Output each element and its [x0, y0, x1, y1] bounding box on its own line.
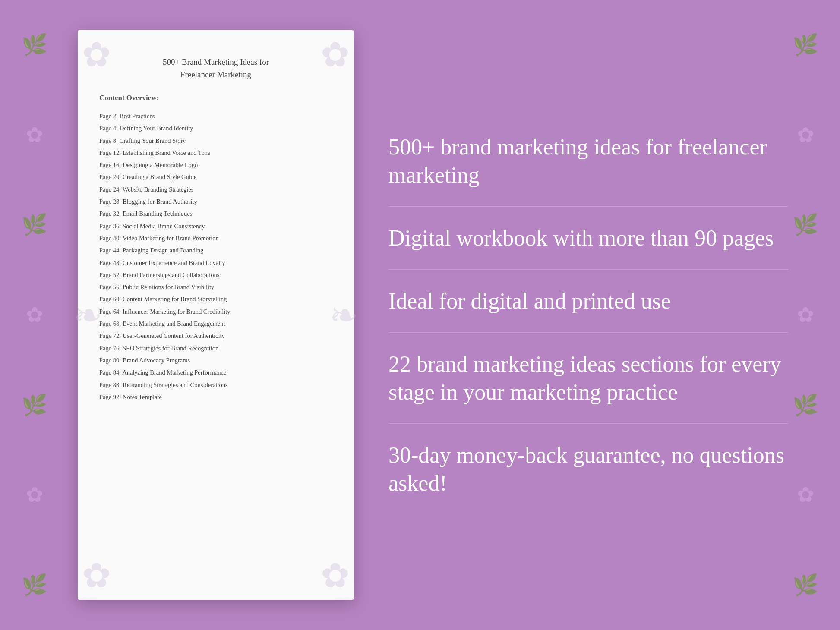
watermark-mid-left: ❧	[73, 295, 102, 335]
floral-icon: 🌿	[22, 575, 47, 595]
document-page: ✿ ✿ ✿ ✿ ❧ ❧ 500+ Brand Marketing Ideas f…	[78, 30, 354, 600]
floral-icon: 🌿	[22, 35, 47, 55]
toc-page-number: Page 8:	[99, 137, 118, 144]
toc-item: Page 40: Video Marketing for Brand Promo…	[99, 232, 332, 244]
toc-page-number: Page 36:	[99, 223, 121, 230]
floral-decoration-left: 🌿 ✿ 🌿 ✿ 🌿 ✿ 🌿	[0, 0, 69, 630]
toc-page-number: Page 52:	[99, 271, 121, 278]
toc-page-number: Page 88:	[99, 381, 121, 388]
toc-item: Page 68: Event Marketing and Brand Engag…	[99, 318, 332, 330]
toc-page-number: Page 2:	[99, 113, 118, 120]
feature-text-0: 500+ brand marketing ideas for freelance…	[388, 133, 788, 189]
floral-icon: ✿	[797, 485, 814, 505]
toc-item: Page 8: Crafting Your Brand Story	[99, 135, 332, 147]
floral-icon: 🌿	[793, 575, 818, 595]
feature-divider	[388, 332, 788, 333]
toc-item: Page 88: Rebranding Strategies and Consi…	[99, 379, 332, 391]
feature-text-4: 30-day money-back guarantee, no question…	[388, 441, 788, 497]
toc-item: Page 60: Content Marketing for Brand Sto…	[99, 293, 332, 305]
watermark-top-right: ✿	[321, 35, 350, 75]
toc-item: Page 76: SEO Strategies for Brand Recogn…	[99, 342, 332, 354]
toc-item: Page 32: Email Branding Techniques	[99, 208, 332, 220]
toc-item: Page 2: Best Practices	[99, 110, 332, 122]
toc-page-number: Page 60:	[99, 296, 121, 302]
toc-page-number: Page 28:	[99, 198, 121, 205]
toc-item: Page 16: Designing a Memorable Logo	[99, 159, 332, 171]
toc-item: Page 24: Website Branding Strategies	[99, 183, 332, 195]
table-of-contents: Page 2: Best PracticesPage 4: Defining Y…	[99, 110, 332, 403]
toc-item: Page 56: Public Relations for Brand Visi…	[99, 281, 332, 293]
toc-page-number: Page 24:	[99, 186, 121, 193]
watermark-bottom-left: ✿	[82, 555, 111, 595]
toc-page-number: Page 48:	[99, 259, 121, 266]
toc-item: Page 44: Packaging Design and Branding	[99, 244, 332, 256]
floral-icon: ✿	[26, 305, 43, 325]
toc-page-number: Page 72:	[99, 332, 121, 339]
toc-item: Page 36: Social Media Brand Consistency	[99, 220, 332, 232]
floral-icon: ✿	[797, 125, 814, 145]
floral-icon: 🌿	[22, 214, 47, 235]
toc-page-number: Page 4:	[99, 125, 118, 132]
toc-page-number: Page 64:	[99, 308, 121, 315]
floral-icon: ✿	[26, 485, 43, 505]
watermark-bottom-right: ✿	[321, 555, 350, 595]
toc-item: Page 52: Brand Partnerships and Collabor…	[99, 269, 332, 281]
toc-page-number: Page 68:	[99, 320, 121, 327]
floral-icon: 🌿	[793, 214, 818, 235]
toc-page-number: Page 40:	[99, 235, 121, 242]
floral-icon: 🌿	[22, 395, 47, 416]
toc-item: Page 92: Notes Template	[99, 391, 332, 403]
toc-page-number: Page 56:	[99, 284, 121, 290]
toc-item: Page 28: Blogging for Brand Authority	[99, 195, 332, 208]
feature-text-1: Digital workbook with more than 90 pages	[388, 224, 788, 252]
floral-icon: 🌿	[793, 35, 818, 55]
feature-text-2: Ideal for digital and printed use	[388, 287, 788, 315]
document-title: 500+ Brand Marketing Ideas for Freelance…	[99, 56, 332, 81]
toc-page-number: Page 76:	[99, 345, 121, 352]
features-panel: 500+ brand marketing ideas for freelance…	[354, 133, 805, 497]
toc-item: Page 12: Establishing Brand Voice and To…	[99, 147, 332, 159]
toc-page-number: Page 16:	[99, 161, 121, 168]
toc-page-number: Page 44:	[99, 247, 121, 254]
toc-item: Page 20: Creating a Brand Style Guide	[99, 171, 332, 183]
floral-icon: 🌿	[793, 395, 818, 416]
feature-divider	[388, 206, 788, 207]
watermark-mid-right: ❧	[329, 295, 358, 335]
toc-page-number: Page 12:	[99, 149, 121, 156]
floral-icon: ✿	[797, 305, 814, 325]
toc-page-number: Page 32:	[99, 210, 121, 217]
toc-page-number: Page 20:	[99, 173, 121, 180]
toc-page-number: Page 80:	[99, 357, 121, 364]
feature-divider	[388, 423, 788, 424]
toc-page-number: Page 84:	[99, 369, 121, 376]
toc-item: Page 72: User-Generated Content for Auth…	[99, 330, 332, 342]
toc-item: Page 84: Analyzing Brand Marketing Perfo…	[99, 366, 332, 378]
toc-item: Page 64: Influencer Marketing for Brand …	[99, 306, 332, 318]
content-overview-label: Content Overview:	[99, 94, 332, 102]
watermark-top-left: ✿	[82, 35, 111, 75]
toc-item: Page 48: Customer Experience and Brand L…	[99, 257, 332, 269]
feature-divider	[388, 269, 788, 270]
toc-page-number: Page 92:	[99, 394, 121, 400]
floral-decoration-right: 🌿 ✿ 🌿 ✿ 🌿 ✿ 🌿	[771, 0, 840, 630]
toc-item: Page 4: Defining Your Brand Identity	[99, 122, 332, 134]
toc-item: Page 80: Brand Advocacy Programs	[99, 354, 332, 366]
feature-text-3: 22 brand marketing ideas sections for ev…	[388, 350, 788, 406]
floral-icon: ✿	[26, 125, 43, 145]
